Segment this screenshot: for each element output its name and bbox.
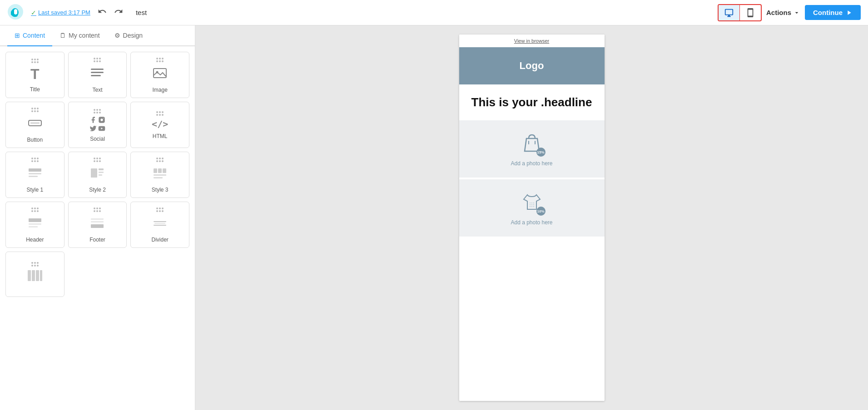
svg-rect-1 [91,69,104,70]
logo-text: Logo [520,60,544,72]
svg-rect-20 [163,168,166,173]
block-social[interactable]: Social [68,102,127,148]
block-footer[interactable]: Footer [68,202,127,248]
svg-rect-12 [29,173,41,174]
actions-button[interactable]: Actions [762,6,805,19]
svg-point-44 [530,206,531,207]
drag-handle [156,111,164,116]
app-logo [7,4,31,22]
svg-rect-16 [99,172,104,173]
headline-text: This is your .headline [468,95,595,109]
tab-bar: ⊞ Content 🗒 My content ⚙ Design [0,25,195,46]
tab-design[interactable]: ⚙ Design [107,25,150,46]
svg-rect-14 [91,168,97,178]
canvas-topbar: View in browser [459,35,605,47]
svg-rect-31 [154,225,166,226]
device-toggle [718,4,762,21]
block-style2[interactable]: Style 2 [68,152,127,198]
svg-point-39 [531,203,532,203]
check-icon: ✓ [31,9,36,16]
undo-button[interactable] [96,5,109,20]
title-block-icon: T [30,66,40,83]
drag-handle [94,109,101,114]
svg-rect-32 [28,270,31,281]
canvas-area: View in browser Logo This is your .headl… [195,25,868,410]
grid-icon: ⊞ [15,32,20,39]
continue-button[interactable]: Continue [805,5,861,20]
svg-rect-34 [36,270,39,281]
tab-content[interactable]: ⊞ Content [7,25,52,46]
svg-rect-26 [91,218,104,220]
style1-block-icon [27,165,43,183]
drag-handle [156,158,164,162]
email-canvas: View in browser Logo This is your .headl… [459,35,605,401]
photo-label-2: Add a photo here [511,219,552,226]
footer-block-icon [89,215,105,233]
block-button[interactable]: Button [5,102,64,148]
block-style1[interactable]: Style 1 [5,152,64,198]
svg-rect-19 [158,168,162,173]
svg-rect-18 [154,168,157,173]
redo-button[interactable] [112,5,125,20]
style3-block-icon [152,165,168,183]
photo-badge-1: 15% [536,148,546,157]
desktop-view-button[interactable] [719,5,740,20]
tab-my-content[interactable]: 🗒 My content [52,25,107,46]
svg-rect-3 [91,75,101,76]
style2-block-icon [89,165,105,183]
svg-point-46 [533,206,534,207]
svg-rect-23 [29,218,41,222]
undo-redo-group [96,5,125,20]
svg-rect-21 [154,174,166,176]
block-style3[interactable]: Style 3 [130,152,189,198]
drag-handle [31,158,39,162]
html-block-icon: </> [152,119,168,129]
drag-handle [156,207,164,212]
block-html[interactable]: </> HTML [130,102,189,148]
drag-handle [31,262,39,267]
block-image[interactable]: Image [130,52,189,98]
drag-handle [94,158,101,162]
columns-block-icon [27,269,43,284]
svg-rect-13 [29,176,38,177]
left-panel: ⊞ Content 🗒 My content ⚙ Design T Tit [0,25,195,410]
drag-handle [31,108,39,112]
svg-rect-15 [99,168,104,170]
svg-rect-33 [32,270,35,281]
photo-icon-wrap-1: 15% [520,131,544,157]
header-block-icon [27,215,43,233]
button-block-icon [27,115,43,133]
photo-block-1[interactable]: 15% Add a photo here [459,120,605,178]
svg-rect-7 [30,122,40,124]
block-title[interactable]: T Title [5,52,64,98]
drag-handle [31,59,39,63]
svg-point-41 [530,204,531,205]
divider-block-icon [152,215,168,233]
block-header[interactable]: Header [5,202,64,248]
view-in-browser-link[interactable]: View in browser [514,38,549,44]
photo-badge-2: 10% [536,207,546,216]
block-divider[interactable]: Divider [130,202,189,248]
logo-block[interactable]: Logo [459,47,605,84]
svg-point-43 [533,204,534,205]
document-title: test [136,9,147,16]
blocks-grid: T Title Text [0,46,195,302]
main-layout: ⊞ Content 🗒 My content ⚙ Design T Tit [0,25,868,410]
svg-rect-24 [29,223,41,225]
svg-rect-27 [91,221,104,222]
headline-block[interactable]: This is your .headline [459,84,605,120]
text-block-icon [89,65,105,83]
mobile-view-button[interactable] [740,5,761,20]
photo-block-2[interactable]: 10% Add a photo here [459,179,605,237]
last-saved-status[interactable]: ✓ Last saved 3:17 PM [31,9,90,16]
svg-rect-22 [154,177,163,178]
block-text[interactable]: Text [68,52,127,98]
block-columns[interactable] [5,252,64,297]
svg-rect-11 [29,168,41,172]
photo-label-1: Add a photo here [511,160,552,167]
svg-rect-28 [91,224,104,228]
svg-rect-2 [91,72,104,73]
photo-icon-wrap-2: 10% [520,190,544,216]
svg-point-40 [533,203,534,203]
file-icon: 🗒 [60,32,66,39]
